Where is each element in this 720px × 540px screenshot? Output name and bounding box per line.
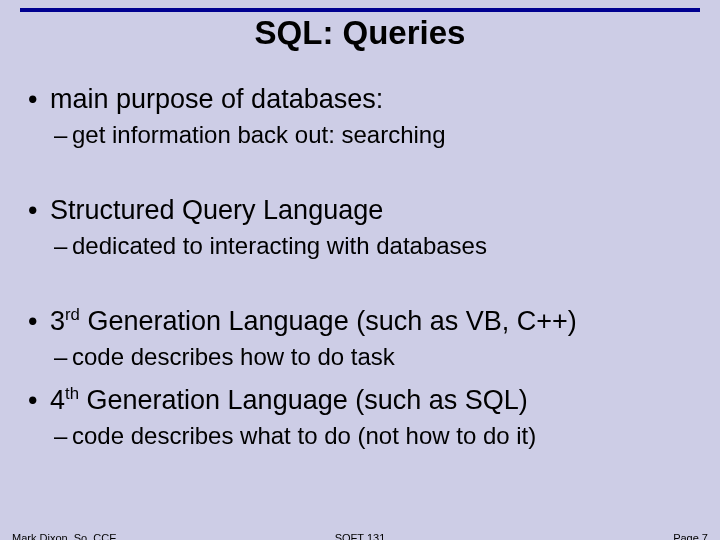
subbullet-text: code describes how to do task (72, 343, 395, 370)
dash-icon: – (54, 232, 67, 260)
bullet-icon: • (28, 84, 37, 115)
bullet-icon: • (28, 195, 37, 226)
bullet-text: Structured Query Language (50, 195, 383, 225)
bullet-4: • 4th Generation Language (such as SQL) (28, 385, 692, 416)
bullet-1: • main purpose of databases: (28, 84, 692, 115)
footer-course: SOFT 131 (335, 532, 386, 540)
bullet-text: 4th Generation Language (such as SQL) (50, 385, 528, 415)
bullet-3: • 3rd Generation Language (such as VB, C… (28, 306, 692, 337)
subbullet-text: get information back out: searching (72, 121, 446, 148)
bullet-icon: • (28, 306, 37, 337)
subbullet-text: code describes what to do (not how to do… (72, 422, 536, 449)
footer-page: Page 7 (673, 532, 708, 540)
subbullet-1-1: – get information back out: searching (28, 121, 692, 149)
bullet-text: main purpose of databases: (50, 84, 383, 114)
subbullet-4-1: – code describes what to do (not how to … (28, 422, 692, 450)
footer-author: Mark Dixon, So. CCE (12, 532, 117, 540)
dash-icon: – (54, 121, 67, 149)
dash-icon: – (54, 343, 67, 371)
bullet-text: 3rd Generation Language (such as VB, C++… (50, 306, 577, 336)
slide-content: • main purpose of databases: – get infor… (0, 52, 720, 450)
subbullet-3-1: – code describes how to do task (28, 343, 692, 371)
slide-title: SQL: Queries (0, 14, 720, 52)
subbullet-text: dedicated to interacting with databases (72, 232, 487, 259)
bullet-icon: • (28, 385, 37, 416)
title-rule (20, 8, 700, 12)
dash-icon: – (54, 422, 67, 450)
subbullet-2-1: – dedicated to interacting with database… (28, 232, 692, 260)
bullet-2: • Structured Query Language (28, 195, 692, 226)
